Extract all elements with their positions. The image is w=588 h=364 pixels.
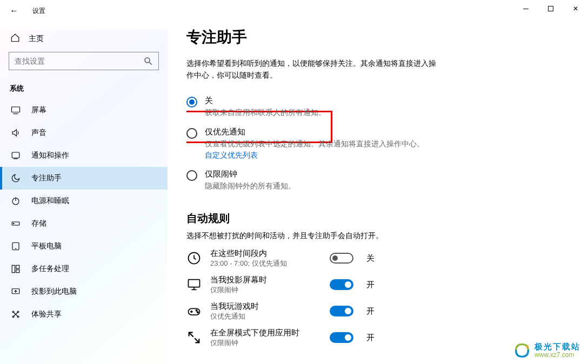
rule-title: 当我玩游戏时 (210, 301, 321, 312)
sidebar-item-label: 存储 (31, 219, 46, 228)
sidebar-item-label: 声音 (31, 128, 46, 138)
auto-rules-list: 在这些时间段内23:00 - 7:00; 仅优先通知关当我投影屏幕时仅限闹钟开当… (186, 248, 577, 348)
rule-sub: 仅限闹钟 (210, 338, 321, 348)
sound-icon (11, 128, 21, 138)
sidebar-item-display[interactable]: 屏幕 (0, 99, 168, 122)
svg-point-0 (145, 58, 150, 63)
svg-rect-12 (16, 265, 19, 268)
auto-rules-heading: 自动规则 (186, 211, 577, 226)
radio-button[interactable] (186, 97, 197, 107)
notif-icon (11, 151, 21, 160)
screen-icon (186, 277, 202, 292)
moon-icon (11, 173, 21, 183)
content-area: 专注助手 选择你希望看到和听到的通知，以便能够保持关注。其余通知将直接进入操作中… (186, 27, 577, 364)
rule-title: 在这些时间段内 (210, 248, 321, 259)
minimize-button[interactable] (513, 0, 538, 17)
sidebar-item-multi[interactable]: 多任务处理 (0, 258, 168, 280)
option-desc: 获取来自应用和联系人的所有通知。 (205, 107, 326, 118)
rule-title: 在全屏模式下使用应用时 (210, 328, 321, 338)
back-button[interactable]: ← (10, 6, 21, 16)
multi-icon (11, 264, 21, 274)
category-heading: 系统 (9, 84, 159, 93)
sidebar-item-project[interactable]: 投影到此电脑 (0, 280, 168, 303)
option-desc: 隐藏除闹钟外的所有通知。 (205, 180, 296, 192)
display-icon (11, 105, 21, 115)
rule-sub: 仅优先通知 (210, 312, 321, 321)
toggle-state: 关 (366, 253, 375, 264)
toggle-state: 开 (366, 280, 375, 290)
sidebar-item-label: 多任务处理 (31, 264, 69, 274)
home-label: 主页 (29, 34, 44, 44)
svg-point-8 (14, 223, 15, 224)
rule-toggle[interactable] (330, 279, 353, 290)
svg-rect-11 (12, 265, 15, 273)
svg-line-1 (149, 62, 152, 65)
option-desc: 仅查看优先级列表中选定的通知。其余通知将直接进入操作中心。 (205, 138, 424, 150)
svg-rect-21 (189, 280, 200, 287)
option-label: 仅限闹钟 (205, 169, 296, 179)
fullscreen-icon (186, 330, 202, 345)
rule-toggle[interactable] (330, 253, 353, 264)
svg-point-27 (196, 310, 197, 311)
nav-list: 屏幕声音通知和操作专注助手电源和睡眠存储平板电脑多任务处理投影到此电脑体验共享 (0, 99, 168, 326)
svg-rect-2 (12, 107, 20, 112)
clock-icon (186, 251, 202, 266)
sidebar-item-share[interactable]: 体验共享 (0, 303, 168, 326)
window-title: 设置 (32, 6, 45, 16)
rule-toggle[interactable] (330, 332, 353, 343)
watermark-brand: 极光下载站 (534, 342, 580, 352)
project-icon (11, 287, 21, 296)
toggle-state: 开 (366, 333, 375, 343)
watermark-url: www.xz7.com (534, 352, 580, 359)
sidebar-item-notif[interactable]: 通知和操作 (0, 144, 168, 167)
svg-rect-13 (16, 270, 19, 273)
sidebar-item-power[interactable]: 电源和睡眠 (0, 190, 168, 212)
option-label: 关 (205, 96, 326, 106)
close-button[interactable]: ✕ (563, 0, 588, 17)
focus-option-1[interactable]: 仅优先通知仅查看优先级列表中选定的通知。其余通知将直接进入操作中心。自定义优先列… (186, 123, 577, 165)
titlebar: ← 设置 ✕ (0, 0, 588, 22)
radio-button[interactable] (186, 128, 197, 139)
storage-icon (11, 219, 21, 228)
sidebar-item-tablet[interactable]: 平板电脑 (0, 235, 168, 258)
sidebar-item-label: 平板电脑 (31, 241, 62, 251)
sidebar-item-label: 电源和睡眠 (31, 196, 69, 206)
svg-rect-4 (12, 152, 19, 158)
radio-button[interactable] (186, 170, 197, 181)
rule-sub: 23:00 - 7:00; 仅优先通知 (210, 259, 321, 268)
sidebar-item-sound[interactable]: 声音 (0, 122, 168, 144)
sidebar-item-storage[interactable]: 存储 (0, 212, 168, 235)
sidebar-item-label: 通知和操作 (31, 151, 69, 160)
home-icon (10, 33, 20, 44)
page-title: 专注助手 (186, 27, 577, 48)
sidebar-item-label: 专注助手 (31, 173, 62, 183)
watermark-logo-icon (513, 341, 531, 360)
rule-toggle[interactable] (330, 306, 353, 316)
search-icon (143, 56, 153, 66)
svg-point-28 (197, 312, 198, 313)
toggle-state: 开 (366, 306, 375, 316)
sidebar-item-label: 投影到此电脑 (31, 287, 77, 296)
auto-rule-0[interactable]: 在这些时间段内23:00 - 7:00; 仅优先通知关 (186, 248, 577, 268)
focus-option-0[interactable]: 关获取来自应用和联系人的所有通知。 (186, 91, 577, 123)
focus-option-2[interactable]: 仅限闹钟隐藏除闹钟外的所有通知。 (186, 165, 577, 196)
sidebar-item-moon[interactable]: 专注助手 (0, 167, 168, 190)
option-label: 仅优先通知 (205, 127, 424, 137)
home-button[interactable]: 主页 (9, 30, 159, 52)
share-icon (11, 309, 21, 319)
focus-options: 关获取来自应用和联系人的所有通知。仅优先通知仅查看优先级列表中选定的通知。其余通… (186, 91, 577, 196)
tablet-icon (11, 241, 21, 251)
page-lead: 选择你希望看到和听到的通知，以便能够保持关注。其余通知将直接进入操作中心，你可以… (186, 57, 440, 82)
sidebar-item-label: 体验共享 (31, 309, 62, 319)
customize-link[interactable]: 自定义优先列表 (205, 151, 258, 160)
sidebar-item-label: 屏幕 (31, 105, 46, 115)
search-box[interactable] (9, 52, 159, 70)
maximize-button[interactable] (538, 0, 563, 17)
power-icon (11, 196, 21, 206)
watermark: 极光下载站 www.xz7.com (513, 341, 580, 360)
auto-rule-2[interactable]: 当我玩游戏时仅优先通知开 (186, 301, 577, 321)
auto-rule-1[interactable]: 当我投影屏幕时仅限闹钟开 (186, 275, 577, 295)
search-input[interactable] (15, 57, 143, 65)
game-icon (186, 304, 202, 319)
rule-title: 当我投影屏幕时 (210, 275, 321, 285)
